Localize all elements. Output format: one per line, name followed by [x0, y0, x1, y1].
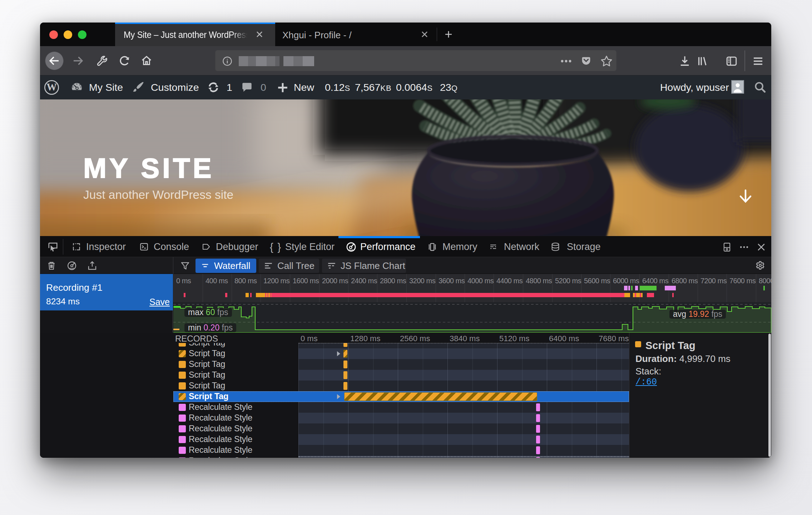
svg-text:W: W — [46, 81, 57, 93]
